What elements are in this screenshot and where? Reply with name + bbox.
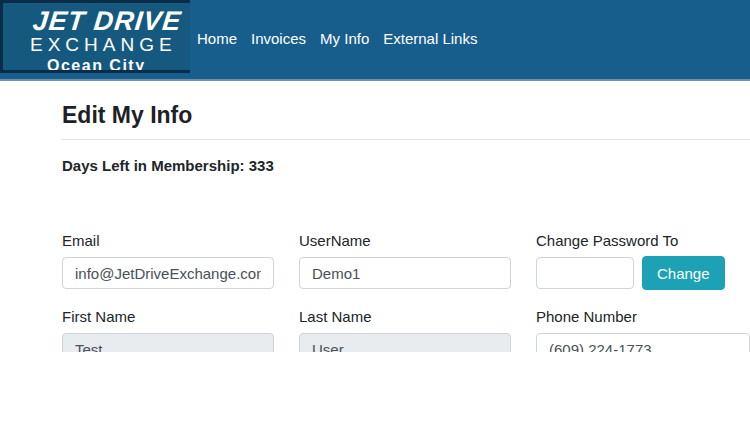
- first-name-input: [62, 333, 274, 352]
- logo-location: Ocean City: [3, 57, 190, 73]
- title-divider: [62, 139, 750, 140]
- change-password-label: Change Password To: [536, 232, 750, 250]
- phone-label: Phone Number: [536, 308, 750, 326]
- phone-input[interactable]: [536, 333, 750, 352]
- email-input[interactable]: [62, 257, 274, 289]
- change-password-input[interactable]: [536, 257, 634, 289]
- nav-link-home[interactable]: Home: [197, 30, 237, 47]
- site-logo[interactable]: JET DRIVE EXCHANGE Ocean City: [0, 0, 190, 73]
- form-row-1: Email UserName Change Password To Change: [62, 232, 750, 290]
- edit-info-form: Email UserName Change Password To Change: [62, 232, 750, 352]
- page-title: Edit My Info: [62, 102, 750, 129]
- last-name-field-group: Last Name: [299, 308, 511, 352]
- username-label: UserName: [299, 232, 511, 250]
- form-row-2: First Name Last Name Phone Number: [62, 308, 750, 352]
- email-field-group: Email: [62, 232, 274, 290]
- username-field-group: UserName: [299, 232, 511, 290]
- browser-viewport: JET DRIVE EXCHANGE Ocean City Home Invoi…: [0, 0, 750, 422]
- phone-field-group: Phone Number: [536, 308, 750, 352]
- site-header: JET DRIVE EXCHANGE Ocean City Home Invoi…: [0, 0, 750, 81]
- first-name-label: First Name: [62, 308, 274, 326]
- nav-link-invoices[interactable]: Invoices: [251, 30, 306, 47]
- main-nav: Home Invoices My Info External Links: [197, 30, 477, 47]
- last-name-label: Last Name: [299, 308, 511, 326]
- username-input[interactable]: [299, 257, 511, 289]
- first-name-field-group: First Name: [62, 308, 274, 352]
- last-name-input: [299, 333, 511, 352]
- logo-brand-top: JET DRIVE: [1, 3, 190, 37]
- main-content: Edit My Info Days Left in Membership: 33…: [0, 102, 750, 352]
- change-password-controls: Change: [536, 257, 750, 290]
- email-label: Email: [62, 232, 274, 250]
- nav-link-external-links[interactable]: External Links: [383, 30, 477, 47]
- page-clip: JET DRIVE EXCHANGE Ocean City Home Invoi…: [0, 0, 750, 352]
- nav-link-my-info[interactable]: My Info: [320, 30, 369, 47]
- change-password-button[interactable]: Change: [642, 256, 725, 290]
- membership-days-note: Days Left in Membership: 333: [62, 157, 750, 175]
- logo-brand-bottom: EXCHANGE: [3, 34, 190, 56]
- change-password-field-group: Change Password To Change: [536, 232, 750, 290]
